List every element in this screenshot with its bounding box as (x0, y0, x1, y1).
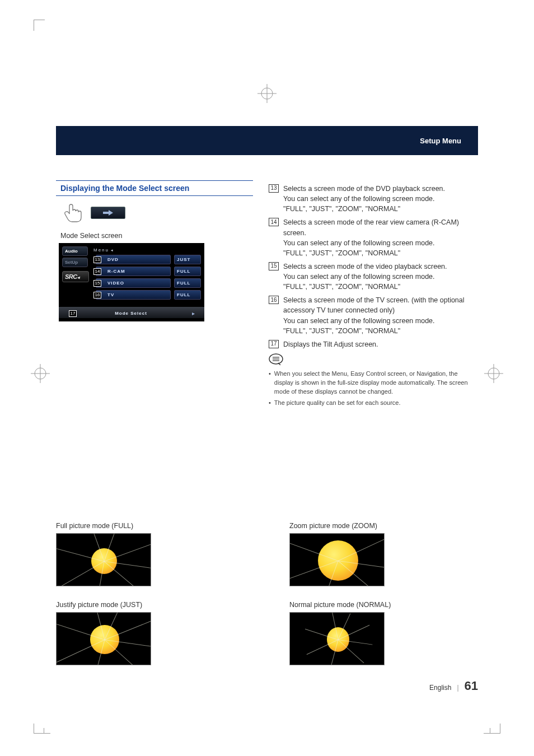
menu-row-video: 15 VIDEO FULL (92, 278, 201, 288)
callout-13: 13 (93, 256, 101, 263)
note-list: When you select the Menu, Easy Control s… (269, 370, 478, 408)
footer-page-number: 61 (465, 679, 478, 693)
crop-corner-br-inner (484, 728, 490, 734)
menu-item-video[interactable]: VIDEO (96, 278, 171, 288)
callout-15: 15 (93, 280, 101, 287)
desc-text-17: Displays the Tilt Adjust screen. (283, 339, 478, 349)
crop-corner-tl (34, 20, 45, 31)
mode-select-caption: Mode Select screen (60, 232, 253, 240)
menu-value-tv[interactable]: FULL (174, 290, 201, 300)
desc-num-13: 13 (269, 184, 279, 193)
menu-row-dvd: 13 DVD JUST (92, 255, 201, 264)
note-icon (269, 353, 478, 367)
page-footer: English | 61 (429, 679, 478, 693)
menu-collapse-icon: ◂ (111, 248, 114, 253)
mode-example-just: Justify picture mode (JUST) (56, 601, 245, 665)
mode-label-zoom: Zoom picture mode (ZOOM) (289, 522, 478, 530)
menu-item-rcam[interactable]: R-CAM (96, 267, 171, 276)
desc-item-14: 14 Selects a screen mode of the rear vie… (269, 217, 478, 258)
callout-17: 17 (69, 310, 77, 317)
desc-text-13: Selects a screen mode of the DVD playbac… (283, 184, 478, 214)
menu-item-dvd[interactable]: DVD (96, 255, 171, 264)
mode-label-full: Full picture mode (FULL) (56, 522, 245, 530)
footer-title: Mode Select (77, 309, 185, 318)
next-arrow-button[interactable] (91, 207, 125, 219)
mode-thumb-full (56, 533, 151, 586)
menu-value-dvd[interactable]: JUST (174, 255, 201, 264)
registration-mark-right (484, 364, 503, 383)
desc-item-17: 17 Displays the Tilt Adjust screen. (269, 339, 478, 349)
desc-num-14: 14 (269, 218, 279, 226)
mode-select-screen: Audio SetUp SRC◂ Menu◂ 13 DVD JUST 14 (59, 243, 204, 321)
header-title: Setup Menu (420, 137, 461, 145)
tab-src[interactable]: SRC◂ (62, 271, 89, 282)
desc-item-15: 15 Selects a screen mode of the video pl… (269, 262, 478, 292)
desc-num-15: 15 (269, 262, 279, 270)
touch-hand-icon (62, 202, 84, 224)
footer-language: English (429, 684, 451, 692)
desc-num-17: 17 (269, 340, 279, 348)
menu-value-rcam[interactable]: FULL (174, 267, 201, 276)
menu-row-rcam: 14 R-CAM FULL (92, 267, 201, 276)
footer-separator: | (457, 684, 458, 692)
mode-example-full: Full picture mode (FULL) (56, 522, 245, 586)
desc-num-16: 16 (269, 296, 279, 304)
registration-mark-left (31, 364, 50, 383)
footer-next-icon[interactable]: ▸ (185, 310, 201, 316)
menu-item-tv[interactable]: TV (96, 290, 171, 300)
mode-example-zoom: Zoom picture mode (ZOOM) (289, 522, 478, 586)
header-bar: Setup Menu (56, 126, 478, 155)
menu-header: Menu◂ (92, 246, 201, 255)
section-title: Displaying the Mode Select screen (56, 180, 253, 196)
desc-text-15: Selects a screen mode of the video playb… (283, 262, 478, 292)
callout-16: 16 (93, 292, 101, 298)
callout-14: 14 (93, 268, 101, 275)
mode-thumb-zoom (289, 533, 385, 586)
mode-thumb-normal (289, 612, 385, 665)
desc-text-16: Selects a screen mode of the TV screen. … (283, 295, 478, 336)
mode-example-normal: Normal picture mode (NORMAL) (289, 601, 478, 665)
note-1: When you select the Menu, Easy Control s… (274, 370, 478, 396)
desc-item-16: 16 Selects a screen mode of the TV scree… (269, 295, 478, 336)
registration-mark-top (257, 84, 277, 103)
menu-row-tv: 16 TV FULL (92, 290, 201, 300)
mode-label-just: Justify picture mode (JUST) (56, 601, 245, 609)
desc-text-14: Selects a screen mode of the rear view c… (283, 217, 478, 258)
note-2: The picture quality can be set for each … (274, 399, 401, 408)
desc-item-13: 13 Selects a screen mode of the DVD play… (269, 184, 478, 214)
svg-marker-9 (103, 210, 113, 216)
crop-corner-bl-inner (44, 728, 50, 734)
tab-setup[interactable]: SetUp (62, 258, 88, 267)
mode-label-normal: Normal picture mode (NORMAL) (289, 601, 478, 609)
menu-value-video[interactable]: FULL (174, 278, 201, 288)
tab-audio[interactable]: Audio (62, 246, 88, 256)
mode-thumb-just (56, 612, 151, 665)
